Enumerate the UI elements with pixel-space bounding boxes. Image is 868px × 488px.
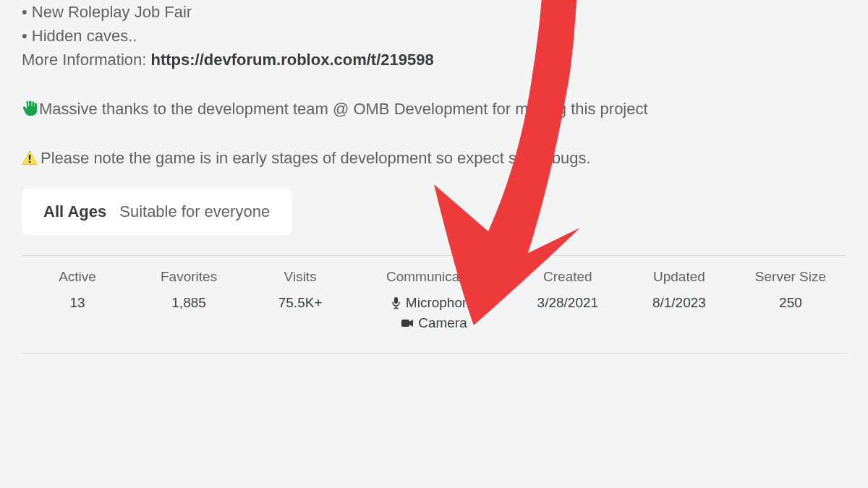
microphone-icon [391, 296, 401, 309]
stat-header: Active [22, 269, 133, 285]
stat-value: 3/28/2021 [512, 295, 624, 311]
comm-camera: Camera [356, 315, 512, 331]
stat-created: Created 3/28/2021 [512, 269, 624, 311]
description-bullet: New Roleplay Job Fair [22, 0, 846, 24]
age-rating-pill[interactable]: All Ages Suitable for everyone [22, 189, 292, 235]
rating-subtitle: Suitable for everyone [119, 202, 270, 221]
svg-rect-0 [29, 155, 30, 160]
stat-value: 13 [22, 295, 133, 311]
stat-header: Communication [356, 269, 512, 285]
rating-label: All Ages [43, 202, 106, 221]
more-info-url[interactable]: https://devforum.roblox.com/t/219598 [151, 51, 434, 69]
stat-value: 75.5K+ [244, 295, 356, 311]
stat-header: Server Size [735, 269, 846, 285]
stat-value: 250 [735, 295, 846, 311]
svg-rect-2 [394, 297, 398, 304]
warning-icon [22, 147, 38, 171]
stat-header: Created [512, 269, 624, 285]
more-info-label: More Information: [22, 51, 151, 69]
stat-active: Active 13 [22, 269, 133, 311]
stat-visits: Visits 75.5K+ [244, 269, 356, 311]
svg-point-1 [29, 161, 31, 163]
stat-header: Visits [244, 269, 356, 285]
svg-rect-5 [401, 320, 409, 327]
stat-communication: Communication Microphone [356, 269, 512, 335]
stat-favorites: Favorites 1,885 [133, 269, 244, 311]
comm-microphone: Microphone [356, 295, 512, 311]
description-bullet: Hidden caves.. [22, 24, 846, 48]
stats-table: Active 13 Favorites 1,885 Visits 75.5K+ … [22, 255, 846, 354]
stats-row: Active 13 Favorites 1,885 Visits 75.5K+ … [22, 269, 846, 335]
stat-header: Updated [624, 269, 735, 285]
thanks-line: Massive thanks to the development team @… [22, 96, 846, 121]
glove-icon [22, 98, 38, 114]
thanks-text: Massive thanks to the development team @… [39, 100, 648, 118]
note-text: Please note the game is in early stages … [41, 149, 591, 167]
stat-value: 8/1/2023 [624, 295, 735, 311]
stat-server-size: Server Size 250 [735, 269, 846, 311]
stat-value: 1,885 [133, 295, 244, 311]
more-info-line: More Information: https://devforum.roblo… [22, 48, 846, 72]
game-description-panel: New Roleplay Job Fair Hidden caves.. Mor… [0, 0, 868, 354]
comm-microphone-label: Microphone [406, 295, 477, 311]
camera-icon [401, 318, 414, 328]
stat-updated: Updated 8/1/2023 [624, 269, 735, 311]
comm-camera-label: Camera [418, 315, 467, 331]
note-line: Please note the game is in early stages … [22, 146, 846, 171]
stat-header: Favorites [133, 269, 244, 285]
